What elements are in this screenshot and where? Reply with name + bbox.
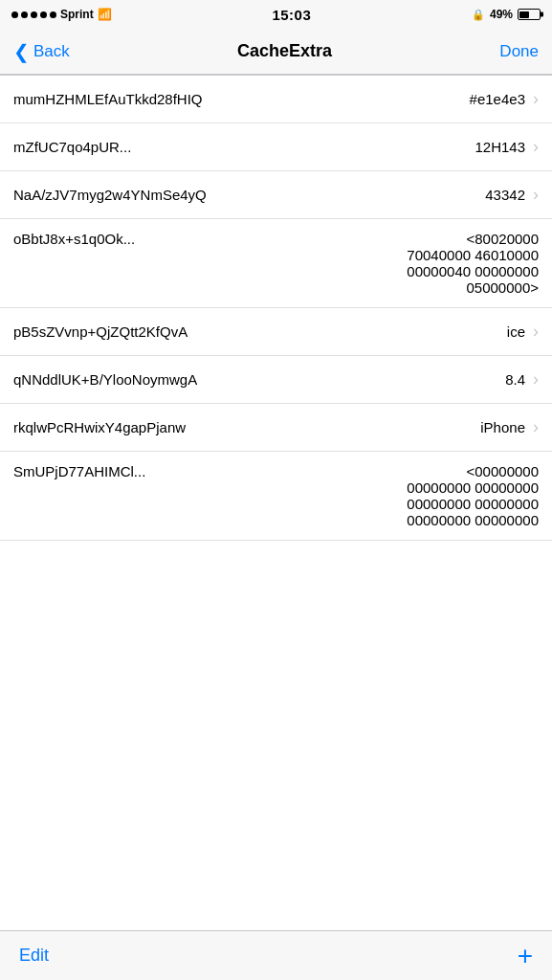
chevron-right-icon: › [533,322,539,342]
nav-title: CacheExtra [237,41,332,61]
back-chevron-icon: ❮ [13,42,30,61]
list-item[interactable]: pB5sZVvnp+QjZQtt2KfQvAice› [0,308,552,356]
done-button[interactable]: Done [499,42,539,61]
list-item-content-4: pB5sZVvnp+QjZQtt2KfQvAice [13,323,525,340]
carrier-label: Sprint [60,8,94,21]
list-item-content-5: qNNddlUK+B/YlooNoymwgA8.4 [13,371,525,388]
signal-dots [11,11,56,18]
item-value-7: <00000000 00000000 00000000 00000000 000… [155,463,539,528]
item-key-4: pB5sZVvnp+QjZQtt2KfQvA [13,323,188,340]
status-time: 15:03 [272,7,311,23]
list-item[interactable]: NaA/zJV7myg2w4YNmSe4yQ43342› [0,171,552,219]
back-label: Back [33,42,70,61]
item-key-0: mumHZHMLEfAuTkkd28fHIQ [13,91,203,107]
battery-percent: 49% [490,8,513,21]
add-button[interactable]: + [518,943,533,969]
status-right: 🔒 49% [472,8,541,21]
chevron-right-icon: › [533,369,539,390]
wifi-icon: 📶 [98,8,112,21]
list-item[interactable]: rkqlwPcRHwixY4gapPjanwiPhone› [0,404,552,452]
item-key-7: SmUPjD77AHIMCl... [13,463,145,479]
lock-icon: 🔒 [472,9,485,21]
nav-bar: ❮ Back CacheExtra Done [0,29,552,75]
item-value-6: iPhone [195,419,525,435]
bottom-toolbar: Edit + [0,930,552,980]
item-value-1: 12H143 [141,139,525,155]
chevron-right-icon: › [533,185,539,205]
list-item-content-1: mZfUC7qo4pUR...12H143 [13,139,525,155]
edit-button[interactable]: Edit [19,946,49,966]
back-button[interactable]: ❮ Back [13,42,70,61]
item-key-2: NaA/zJV7myg2w4YNmSe4yQ [13,187,207,203]
item-key-5: qNNddlUK+B/YlooNoymwgA [13,371,197,388]
list-item-content-7: SmUPjD77AHIMCl...<00000000 00000000 0000… [13,463,539,528]
item-key-1: mZfUC7qo4pUR... [13,139,131,155]
list-item-content-0: mumHZHMLEfAuTkkd28fHIQ#e1e4e3 [13,91,525,107]
list-item-content-2: NaA/zJV7myg2w4YNmSe4yQ43342 [13,187,525,203]
item-value-3: <80020000 70040000 46010000 00000040 000… [144,231,539,296]
list-item: oBbtJ8x+s1q0Ok...<80020000 70040000 4601… [0,219,552,308]
status-bar: Sprint 📶 15:03 🔒 49% [0,0,552,29]
list-item[interactable]: qNNddlUK+B/YlooNoymwgA8.4› [0,356,552,404]
list-item[interactable]: mumHZHMLEfAuTkkd28fHIQ#e1e4e3› [0,76,552,123]
item-value-5: 8.4 [207,371,525,388]
status-left: Sprint 📶 [11,8,112,21]
list-item: SmUPjD77AHIMCl...<00000000 00000000 0000… [0,452,552,541]
cache-list: mumHZHMLEfAuTkkd28fHIQ#e1e4e3›mZfUC7qo4p… [0,75,552,930]
list-item-content-3: oBbtJ8x+s1q0Ok...<80020000 70040000 4601… [13,231,539,296]
item-value-0: #e1e4e3 [212,91,525,107]
list-item-content-6: rkqlwPcRHwixY4gapPjanwiPhone [13,419,525,435]
chevron-right-icon: › [533,89,539,109]
item-key-3: oBbtJ8x+s1q0Ok... [13,231,135,247]
chevron-right-icon: › [533,417,539,437]
item-key-6: rkqlwPcRHwixY4gapPjanw [13,419,186,435]
item-value-4: ice [197,323,525,340]
list-item[interactable]: mZfUC7qo4pUR...12H143› [0,123,552,171]
battery-icon [518,9,541,20]
chevron-right-icon: › [533,137,539,157]
item-value-2: 43342 [216,187,525,203]
